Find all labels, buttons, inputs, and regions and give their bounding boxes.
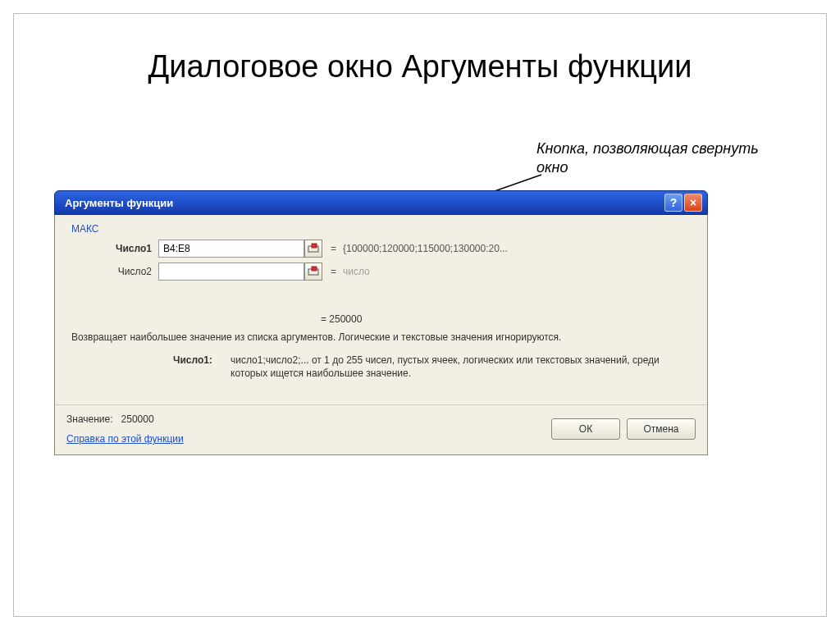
- arg2-label: Число2: [66, 266, 158, 277]
- page-title: Диалоговое окно Аргументы функции: [0, 49, 840, 84]
- svg-rect-3: [312, 244, 317, 248]
- divider: [55, 404, 707, 405]
- arg-help-text: число1;число2;... от 1 до 255 чисел, пус…: [231, 354, 696, 380]
- result-line: = 250000: [321, 313, 696, 325]
- arg1-label: Число1: [66, 243, 158, 254]
- equals-sign: =: [331, 266, 336, 277]
- help-button[interactable]: ?: [664, 194, 682, 212]
- help-link[interactable]: Справка по этой функции: [66, 433, 184, 445]
- arg-help-label: Число1:: [173, 354, 231, 380]
- collapse-button[interactable]: [304, 240, 322, 258]
- arg2-preview: число: [343, 266, 370, 277]
- argument-row: Число1 = {100000;120000;115000;130000:20…: [66, 240, 696, 258]
- cancel-button[interactable]: Отмена: [627, 418, 696, 440]
- collapse-icon: [308, 266, 319, 277]
- arg1-input[interactable]: [158, 240, 304, 258]
- annotation-text: Кнопка, позволяющая свернуть окно: [536, 139, 791, 176]
- argument-help: Число1: число1;число2;... от 1 до 255 чи…: [66, 354, 696, 380]
- titlebar: Аргументы функции ? ×: [54, 190, 708, 215]
- close-button[interactable]: ×: [684, 194, 702, 212]
- dialog-window: Аргументы функции ? × МАКС Число1 = {100…: [54, 190, 708, 455]
- value-label: Значение:: [66, 413, 113, 425]
- collapse-button[interactable]: [304, 262, 322, 281]
- svg-rect-5: [312, 267, 317, 271]
- arg2-input[interactable]: [158, 262, 304, 281]
- equals-sign: =: [331, 243, 336, 254]
- dialog-body: МАКС Число1 = {100000;120000;115000;1300…: [54, 215, 708, 455]
- argument-row: Число2 = число: [66, 262, 696, 281]
- result-prefix: =: [321, 313, 329, 325]
- function-name: МАКС: [71, 223, 696, 235]
- footer-row: Значение: 250000 Справка по этой функции…: [66, 413, 696, 445]
- collapse-icon: [308, 243, 319, 254]
- function-description: Возвращает наибольшее значение из списка…: [66, 331, 696, 343]
- value-result: 250000: [121, 413, 154, 425]
- ok-button[interactable]: ОК: [551, 418, 620, 440]
- result-value: 250000: [329, 313, 362, 325]
- arg1-preview: {100000;120000;115000;130000:20...: [343, 243, 508, 254]
- titlebar-title: Аргументы функции: [65, 197, 663, 209]
